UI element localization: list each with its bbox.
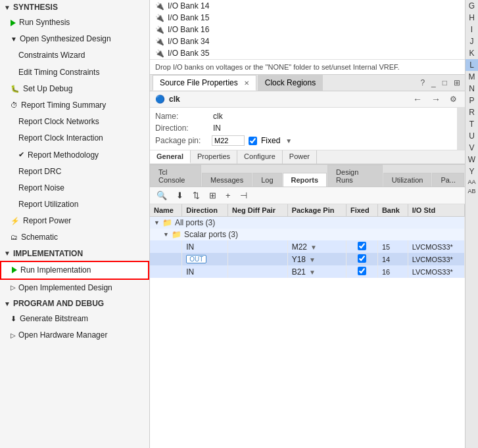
alpha-U[interactable]: U: [466, 130, 478, 142]
close-icon[interactable]: ✕: [244, 79, 249, 87]
tab-reports[interactable]: Reports: [283, 173, 327, 187]
table-row[interactable]: OUT Y18 ▼ 14 LVCMOS33*: [150, 253, 465, 265]
synthesis-section-header[interactable]: ▼ SYNTHESIS: [0, 0, 149, 14]
sort-icon[interactable]: ⇅: [190, 189, 203, 202]
alpha-H[interactable]: H: [466, 12, 478, 24]
minimize-icon[interactable]: _: [429, 78, 438, 88]
fixed-check-0[interactable]: [358, 242, 366, 250]
alpha-V[interactable]: V: [466, 142, 478, 154]
alpha-I[interactable]: I: [466, 24, 478, 35]
direction-label: Direction:: [155, 123, 208, 133]
alpha-W[interactable]: W: [466, 154, 478, 166]
forward-nav-btn[interactable]: →: [429, 93, 443, 105]
sidebar-item-setup-debug[interactable]: 🐛 Set Up Debug: [0, 81, 149, 97]
back-nav-btn[interactable]: ←: [410, 93, 425, 105]
dropdown-icon-1[interactable]: ▼: [309, 256, 316, 263]
alpha-Y[interactable]: Y: [466, 166, 478, 177]
table-row[interactable]: IN B21 ▼ 16 LVCMOS33*: [150, 265, 465, 278]
table-row-scalar-ports[interactable]: ▼ 📁 Scalar ports (3): [150, 229, 465, 240]
sidebar-item-report-methodology[interactable]: ✔ Report Methodology: [0, 147, 149, 164]
package-pin-row: Package pin: Fixed ▼: [155, 134, 460, 147]
group-icon[interactable]: ⊞: [206, 189, 219, 202]
subtab-power[interactable]: Power: [283, 150, 317, 164]
props-subtabs: General Properties Configure Power: [150, 150, 465, 164]
alpha-T[interactable]: T: [466, 118, 478, 130]
synthesis-chevron: ▼: [4, 4, 11, 11]
sidebar-item-report-clock-interaction[interactable]: Report Clock Interaction: [0, 130, 149, 146]
power-icon: ⚡: [11, 215, 20, 227]
sidebar-item-open-synthesized[interactable]: ▼ Open Synthesized Design: [0, 31, 149, 47]
io-bank-35[interactable]: 🔌 I/O Bank 35: [150, 47, 465, 59]
alpha-K[interactable]: K: [466, 47, 478, 59]
tab-clock-regions[interactable]: Clock Regions: [258, 75, 323, 91]
search-icon[interactable]: 🔍: [154, 189, 170, 202]
io-bank-16[interactable]: 🔌 I/O Bank 16: [150, 24, 465, 35]
alpha-J[interactable]: J: [466, 35, 478, 47]
scrollbar-vertical[interactable]: [457, 108, 465, 150]
sidebar-item-report-power[interactable]: ⚡ Report Power: [0, 213, 149, 229]
sidebar-item-open-hardware[interactable]: ▷ Open Hardware Manager: [0, 327, 149, 344]
subtab-properties[interactable]: Properties: [191, 150, 237, 164]
alpha-N[interactable]: N: [466, 83, 478, 95]
tab-messages[interactable]: Messages: [202, 173, 252, 187]
program-section-header[interactable]: ▼ PROGRAM AND DEBUG: [0, 296, 149, 311]
sidebar-item-edit-timing[interactable]: Edit Timing Constraints: [0, 64, 149, 81]
sidebar-item-report-noise[interactable]: Report Noise: [0, 180, 149, 196]
scalar-ports-label: ▼ 📁 Scalar ports (3): [150, 229, 465, 240]
add-icon[interactable]: +: [223, 189, 233, 202]
package-pin-input[interactable]: [212, 135, 245, 146]
alpha-AA[interactable]: AA: [466, 177, 478, 187]
dropdown-icon-0[interactable]: ▼: [310, 244, 317, 251]
alpha-P[interactable]: P: [466, 95, 478, 106]
dropdown-icon-2[interactable]: ▼: [309, 269, 316, 276]
dropdown-icon[interactable]: ▼: [285, 137, 292, 145]
settings-icon[interactable]: ⚙: [447, 94, 460, 104]
sidebar-item-schematic[interactable]: 🗂 Schematic: [0, 229, 149, 246]
tab-tcl-console[interactable]: Tcl Console: [150, 165, 201, 187]
sidebar-item-report-utilization[interactable]: Report Utilization: [0, 196, 149, 213]
implementation-section-header[interactable]: ▼ IMPLEMENTATION: [0, 246, 149, 261]
io-bank-14[interactable]: 🔌 I/O Bank 14: [150, 0, 465, 12]
alpha-G[interactable]: G: [466, 0, 478, 12]
alpha-R[interactable]: R: [466, 106, 478, 118]
fixed-check-2[interactable]: [358, 267, 366, 275]
table-row[interactable]: IN M22 ▼ 15 LVCMOS33*: [150, 240, 465, 253]
tab-utilization[interactable]: Utilization: [383, 173, 432, 187]
table-row-all-ports[interactable]: ▼ 📁 All ports (3): [150, 217, 465, 229]
tab-source-file-properties[interactable]: Source File Properties ✕: [153, 75, 256, 91]
props-form: Name: clk Direction: IN Package pin: Fix…: [150, 108, 465, 150]
expand-icon-impl: ▷: [11, 282, 16, 293]
expand-icon-prog: ▷: [11, 330, 16, 341]
tab-log[interactable]: Log: [252, 173, 281, 187]
sidebar-item-report-drc[interactable]: Report DRC: [0, 164, 149, 180]
tab-pa[interactable]: Pa...: [432, 173, 464, 187]
cell-neg-diff-pair-1: [227, 253, 287, 265]
restore-icon[interactable]: □: [441, 78, 449, 88]
sidebar-item-run-implementation[interactable]: Run Implementation: [0, 261, 149, 280]
alpha-AB[interactable]: AB: [466, 187, 478, 196]
io-bank-34[interactable]: 🔌 I/O Bank 34: [150, 35, 465, 47]
sidebar-item-label: Report Methodology: [28, 149, 99, 162]
filter-icon[interactable]: ⬇: [174, 189, 186, 202]
sidebar-item-label: Open Synthesized Design: [20, 33, 111, 45]
sidebar-item-open-implemented[interactable]: ▷ Open Implemented Design: [0, 280, 149, 296]
maximize-icon[interactable]: ⊞: [452, 78, 462, 88]
sidebar-item-constraints-wizard[interactable]: Constraints Wizard: [0, 47, 149, 64]
io-bank-15[interactable]: 🔌 I/O Bank 15: [150, 12, 465, 24]
tab-label: Clock Regions: [265, 78, 316, 87]
tab-design-runs[interactable]: Design Runs: [327, 165, 383, 187]
help-icon[interactable]: ?: [418, 78, 427, 88]
alpha-L[interactable]: L: [466, 59, 478, 71]
subtab-configure[interactable]: Configure: [237, 150, 283, 164]
sidebar-item-generate-bitstream[interactable]: ⬇ Generate Bitstream: [0, 311, 149, 327]
alpha-M[interactable]: M: [466, 71, 478, 83]
subtab-general[interactable]: General: [150, 150, 191, 164]
sidebar-item-run-synthesis[interactable]: Run Synthesis: [0, 14, 149, 31]
props-panel: Source File Properties ✕ Clock Regions ?…: [150, 75, 465, 165]
clk-name: clk: [169, 95, 406, 104]
fixed-checkbox[interactable]: [249, 137, 257, 145]
collapse-icon[interactable]: ⊣: [237, 189, 250, 202]
sidebar-item-report-clock-networks[interactable]: Report Clock Networks: [0, 114, 149, 130]
fixed-check-1[interactable]: [358, 254, 366, 263]
sidebar-item-report-timing[interactable]: ⏱ Report Timing Summary: [0, 97, 149, 114]
